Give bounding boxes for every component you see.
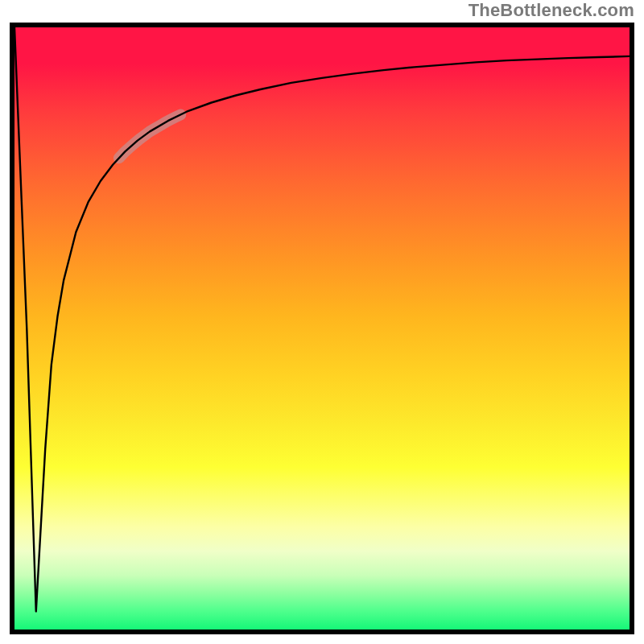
curve-layer: [14, 27, 630, 630]
plot-area: [10, 23, 634, 634]
highlight-segment: [119, 114, 180, 158]
chart-stage: TheBottleneck.com: [0, 0, 644, 644]
watermark-text: TheBottleneck.com: [469, 0, 634, 21]
bottleneck-curve: [14, 27, 630, 612]
